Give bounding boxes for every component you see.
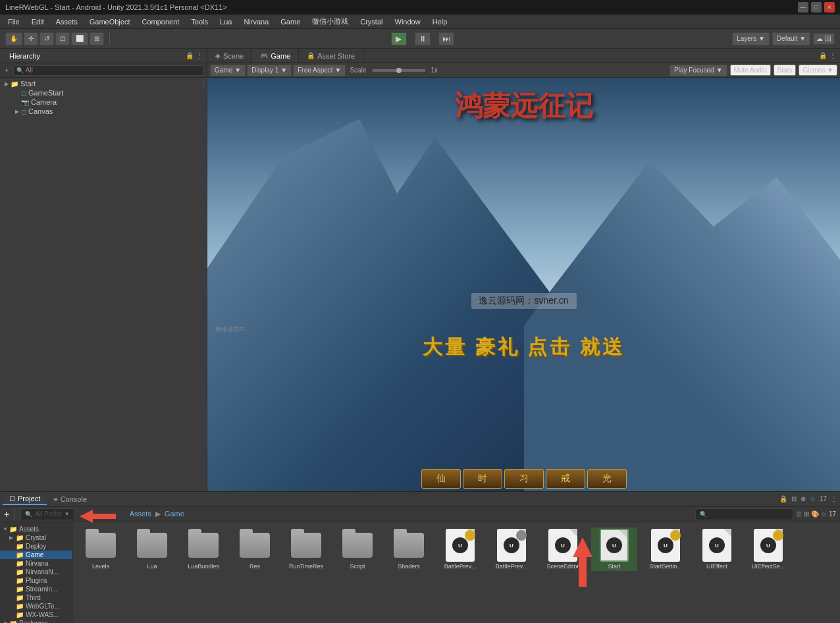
btn-xian[interactable]: 仙 [421, 469, 461, 489]
menu-item-edit[interactable]: Edit [26, 16, 49, 27]
menu-item-lua[interactable]: Lua [215, 16, 237, 27]
assets-grid: Levels Lua LuaBundles Res [72, 522, 840, 623]
scale-tool[interactable]: ⊡ [55, 32, 70, 45]
hierarchy-menu-icon[interactable]: ⋮ [196, 52, 203, 59]
menu-item-file[interactable]: File [3, 16, 25, 27]
tree-item-start[interactable]: ▶ 📁 Start ⋮ [0, 79, 207, 88]
panel-paint-icon[interactable]: ⊕ [801, 495, 806, 502]
minimize-btn[interactable]: — [798, 2, 808, 13]
asset-start[interactable]: U Start [591, 528, 637, 571]
paint-btn[interactable]: 🎨 [811, 510, 819, 518]
tree-game[interactable]: 📁 Game [0, 551, 72, 559]
menu-item-crystal[interactable]: Crystal [355, 16, 388, 27]
panel-lock-icon-bottom[interactable]: 🔒 [779, 495, 787, 502]
pause-btn[interactable]: ⏸ [415, 32, 431, 45]
menu-item-tools[interactable]: Tools [186, 16, 213, 27]
asset-lua[interactable]: Lua [129, 528, 175, 571]
tree-deploy[interactable]: 📁 Deploy [0, 542, 72, 551]
account-btn[interactable]: ☁ 回 [813, 33, 835, 45]
tab-game[interactable]: 🎮 Game [252, 49, 299, 63]
stats-btn[interactable]: Stats [774, 65, 797, 76]
move-tool[interactable]: ✛ [24, 32, 38, 45]
tree-nirvanam[interactable]: 📁 NirvanaN... [0, 568, 72, 576]
menu-item-component[interactable]: Component [136, 16, 184, 27]
game-display-btn[interactable]: Game ▼ [210, 65, 246, 76]
menu-item-game[interactable]: Game [275, 16, 305, 27]
breadcrumb-root[interactable]: Assets [130, 510, 151, 518]
tree-plugins[interactable]: 📁 Plugins [0, 576, 72, 585]
hierarchy-add-btn[interactable]: + [3, 66, 11, 74]
mute-audio-btn[interactable]: Mute Audio [730, 65, 771, 76]
menu-item-assets[interactable]: Assets [51, 16, 83, 27]
tab-asset-store[interactable]: 🔒 Asset Store [299, 49, 363, 63]
fav-btn[interactable]: ☆ [821, 510, 827, 518]
asset-res[interactable]: Res [232, 528, 278, 571]
tree-wxwas[interactable]: 📁 WX-WAS... [0, 610, 72, 619]
tab-project[interactable]: ◻ Project [3, 493, 47, 505]
asset-battleprev2[interactable]: U BattlePrev... [488, 528, 535, 571]
asset-sceneeditor[interactable]: U SceneEditor [540, 528, 586, 571]
tab-scene[interactable]: ◈ Scene [207, 49, 252, 63]
tree-third[interactable]: 📁 Third [0, 593, 72, 602]
panel-lock-icon[interactable]: 🔒 [819, 52, 827, 59]
asset-startsetting[interactable]: U StartSettin... [643, 528, 689, 571]
close-btn[interactable]: ✕ [824, 2, 835, 13]
asset-shaders[interactable]: Shaders [386, 528, 432, 571]
btn-jie[interactable]: 戒 [546, 469, 585, 489]
tree-packages[interactable]: ▼ 📁 Packages [0, 619, 72, 623]
menu-item-help[interactable]: Help [427, 16, 453, 27]
aspect-btn[interactable]: Free Aspect ▼ [293, 65, 346, 76]
asset-battleprev1[interactable]: U BattlePrev... [437, 528, 483, 571]
panel-star-icon[interactable]: ☆ [810, 495, 816, 502]
play-btn[interactable]: ▶ [391, 32, 407, 45]
asset-uieffect[interactable]: U UIEffect [694, 528, 740, 571]
play-focused-btn[interactable]: Play Focused ▼ [669, 65, 727, 76]
tree-item-canvas[interactable]: ▶ ◻ Canvas [0, 107, 207, 116]
menu-item-nirvana[interactable]: Nirvana [238, 16, 274, 27]
asset-runtimres[interactable]: RunTimeRes [283, 528, 329, 571]
layers-btn[interactable]: Layers ▼ [732, 32, 770, 45]
btn-shi[interactable]: 时 [463, 469, 502, 489]
scale-slider[interactable] [373, 69, 425, 72]
menu-item-微信小游戏[interactable]: 微信小游戏 [307, 15, 354, 28]
asset-script[interactable]: Script [334, 528, 381, 571]
display-num-btn[interactable]: Display 1 ▼ [247, 65, 292, 76]
hand-tool[interactable]: ✋ [5, 32, 22, 45]
project-add-btn[interactable]: + [4, 509, 9, 520]
start-menu-icon[interactable]: ⋮ [200, 80, 207, 88]
hierarchy-lock-icon[interactable]: 🔒 [186, 52, 194, 59]
panel-cols-icon[interactable]: ⊟ [791, 495, 797, 502]
tab-console[interactable]: ≡ Console [47, 494, 93, 504]
filter-btn[interactable]: ☰ [796, 510, 802, 518]
tree-crystal[interactable]: ▶ 📁 Crystal [0, 533, 72, 542]
menu-item-window[interactable]: Window [390, 16, 426, 27]
maximize-btn[interactable]: □ [811, 2, 822, 13]
rect-tool[interactable]: ⬜ [71, 32, 88, 45]
gizmos-btn[interactable]: Gizmos ▼ [799, 65, 837, 76]
tree-assets[interactable]: ▼ 📁 Assets [0, 525, 72, 533]
btn-xi[interactable]: 习 [504, 469, 544, 489]
menu-item-gameobject[interactable]: GameObject [84, 16, 136, 27]
rotate-tool[interactable]: ↺ [39, 32, 54, 45]
nirvana-label: Nirvana [26, 560, 48, 567]
asset-uieffectse[interactable]: U UIEffectSe... [745, 528, 791, 571]
panel-menu-icon[interactable]: ⋮ [829, 52, 836, 59]
step-btn[interactable]: ⏭ [438, 32, 454, 45]
game-toolbar: Game ▼ Display 1 ▼ Free Aspect ▼ Scale 1… [207, 63, 840, 78]
tree-nirvana[interactable]: 📁 Nirvana [0, 559, 72, 568]
project-search-input[interactable] [710, 510, 789, 518]
panel-menu-bottom[interactable]: ⋮ [831, 495, 837, 502]
breadcrumb-child[interactable]: Game [165, 510, 184, 518]
hierarchy-tab[interactable]: Hierarchy [4, 51, 45, 61]
layout-btn[interactable]: Default ▼ [772, 32, 810, 45]
btn-guang[interactable]: 光 [587, 469, 627, 489]
scale-slider-container[interactable]: 1x [370, 67, 438, 74]
tree-webglte[interactable]: 📁 WebGLTe... [0, 602, 72, 610]
tree-streaming[interactable]: 📁 Streamin... [0, 585, 72, 593]
multi-tool[interactable]: ⊞ [90, 32, 104, 45]
tree-item-camera[interactable]: 📷 Camera [0, 97, 207, 107]
asset-luabundles[interactable]: LuaBundles [180, 528, 226, 571]
tree-item-gamestart[interactable]: ◻ GameStart [0, 88, 207, 97]
asset-levels[interactable]: Levels [78, 528, 124, 571]
cols-view-btn[interactable]: ⊞ [804, 510, 809, 518]
